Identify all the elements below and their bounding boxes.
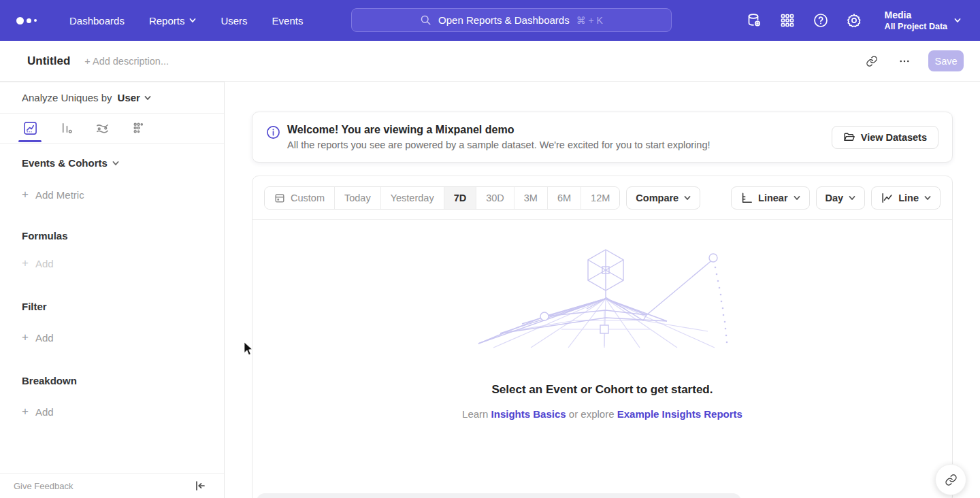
plus-icon: + <box>22 256 29 270</box>
compare-button[interactable]: Compare <box>626 186 700 210</box>
range-6m[interactable]: 6M <box>548 187 581 209</box>
tab-insights-line[interactable] <box>20 115 39 142</box>
top-nav: Dashboards Reports Users Events Open Rep… <box>0 0 980 41</box>
chevron-down-icon <box>112 160 119 167</box>
date-range-selector: Custom Today Yesterday 7D 30D 3M 6M 12M <box>264 186 620 210</box>
copy-link-icon[interactable] <box>860 50 883 73</box>
example-insights-reports-link[interactable]: Example Insights Reports <box>617 408 742 420</box>
report-header: Untitled + Add description... Save <box>0 41 980 82</box>
info-icon <box>266 125 280 139</box>
collapse-sidebar-icon[interactable] <box>194 480 206 492</box>
save-button[interactable]: Save <box>928 50 964 71</box>
chevron-down-icon <box>924 195 931 201</box>
nav-reports[interactable]: Reports <box>149 15 197 27</box>
link-icon <box>945 474 958 486</box>
range-yesterday[interactable]: Yesterday <box>381 187 444 209</box>
calendar-icon <box>274 193 285 203</box>
tab-bar-chart[interactable] <box>56 115 76 142</box>
analyze-by-dropdown[interactable]: User <box>118 92 151 103</box>
analyze-uniques-label: Analyze Uniques by <box>22 92 112 103</box>
insights-report-card: Custom Today Yesterday 7D 30D 3M 6M 12M … <box>252 176 953 498</box>
filter-section-header: Filter <box>22 301 224 312</box>
chart-type-line-button[interactable]: Line <box>871 186 941 210</box>
give-feedback-link[interactable]: Give Feedback <box>14 481 73 491</box>
chevron-down-icon <box>849 195 855 201</box>
chevron-down-icon <box>954 17 961 24</box>
project-selector[interactable]: Media All Project Data <box>885 10 961 32</box>
search-icon <box>420 14 431 26</box>
range-30d[interactable]: 30D <box>476 187 514 209</box>
mixpanel-logo-icon[interactable] <box>16 17 48 24</box>
settings-gear-icon[interactable] <box>846 12 862 29</box>
tab-retention-grid[interactable] <box>129 115 148 142</box>
add-metric-button[interactable]: + Add Metric <box>22 188 224 201</box>
more-options-icon[interactable] <box>893 50 916 73</box>
chevron-down-icon <box>794 195 800 201</box>
query-builder-sidebar: Analyze Uniques by User <box>0 82 225 498</box>
range-7d-selected[interactable]: 7D <box>444 187 477 209</box>
plus-icon: + <box>22 405 29 418</box>
search-shortcut: ⌘ + K <box>576 15 603 26</box>
folder-icon <box>843 131 855 143</box>
range-12m[interactable]: 12M <box>581 187 619 209</box>
apps-grid-icon[interactable] <box>779 12 796 29</box>
chart-type-tabs <box>0 114 224 144</box>
global-search-input[interactable]: Open Reports & Dashboards ⌘ + K <box>351 8 672 32</box>
nav-events[interactable]: Events <box>272 15 304 27</box>
empty-state: Select an Event or Cohort to get started… <box>252 244 952 420</box>
plus-icon: + <box>22 188 29 201</box>
chevron-down-icon <box>189 17 196 24</box>
chart-toolbar: Custom Today Yesterday 7D 30D 3M 6M 12M … <box>252 176 952 220</box>
range-today[interactable]: Today <box>335 187 381 209</box>
insights-basics-link[interactable]: Insights Basics <box>491 408 566 420</box>
search-placeholder: Open Reports & Dashboards <box>438 14 570 26</box>
main-content: Welcome! You are viewing a Mixpanel demo… <box>225 82 980 498</box>
view-datasets-button[interactable]: View Datasets <box>832 126 938 149</box>
demo-welcome-banner: Welcome! You are viewing a Mixpanel demo… <box>252 112 953 163</box>
share-link-floating-button[interactable] <box>935 464 966 495</box>
axis-scale-icon <box>740 192 753 204</box>
help-icon[interactable] <box>813 12 829 29</box>
banner-subtitle: All the reports you see are powered by a… <box>287 139 710 150</box>
banner-title: Welcome! You are viewing a Mixpanel demo <box>287 124 710 136</box>
line-chart-icon <box>881 192 893 204</box>
add-filter-button[interactable]: + Add <box>22 331 224 344</box>
range-3m[interactable]: 3M <box>514 187 548 209</box>
interval-day-button[interactable]: Day <box>816 186 866 210</box>
scale-linear-button[interactable]: Linear <box>731 186 810 210</box>
chevron-down-icon <box>144 95 151 101</box>
next-section-top-edge <box>257 493 741 498</box>
empty-state-links: Learn Insights Basics or explore Example… <box>252 408 952 420</box>
range-custom[interactable]: Custom <box>265 187 335 209</box>
project-name: Media <box>885 10 947 21</box>
tab-flows[interactable] <box>93 115 112 142</box>
nav-dashboards[interactable]: Dashboards <box>69 15 125 27</box>
project-data-scope: All Project Data <box>885 21 947 32</box>
add-formula-button[interactable]: + Add <box>22 256 224 270</box>
nav-users[interactable]: Users <box>220 15 247 27</box>
chevron-down-icon <box>684 195 691 201</box>
plus-icon: + <box>22 331 29 344</box>
empty-state-illustration <box>473 244 732 352</box>
data-management-icon[interactable] <box>746 12 762 29</box>
empty-state-title: Select an Event or Cohort to get started… <box>252 383 952 397</box>
breakdown-section-header: Breakdown <box>22 375 224 386</box>
formulas-section-header: Formulas <box>22 230 224 242</box>
report-title[interactable]: Untitled <box>27 54 70 68</box>
add-description-field[interactable]: + Add description... <box>84 56 169 67</box>
add-breakdown-button[interactable]: + Add <box>22 405 224 418</box>
events-cohorts-section-header[interactable]: Events & Cohorts <box>22 157 224 169</box>
